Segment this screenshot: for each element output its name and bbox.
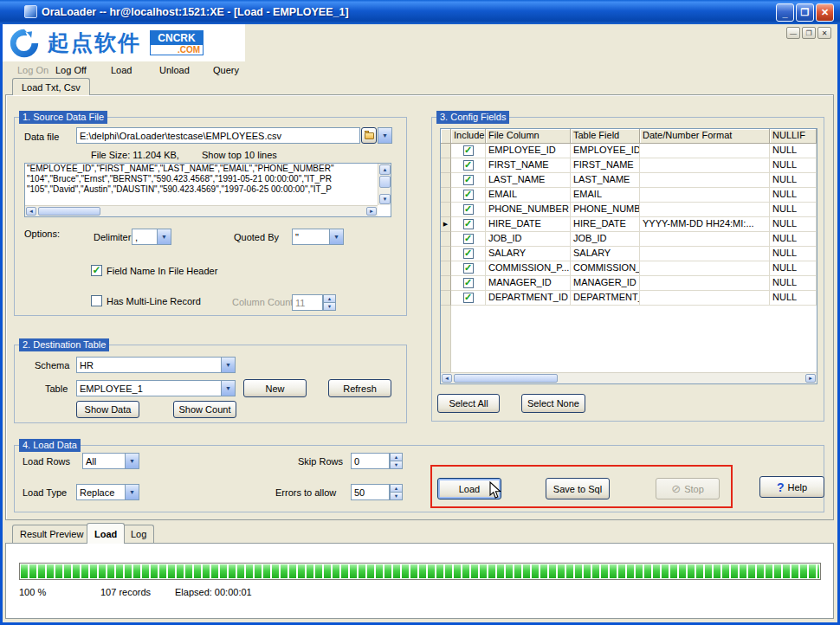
spin-down-icon[interactable]: ▼ [390,461,403,469]
load-type-select[interactable]: Replace ▼ [76,484,139,500]
new-table-button[interactable]: New [243,379,307,397]
table-row[interactable]: EMAIL EMAIL NULL [441,188,817,203]
field-name-in-header-checkbox[interactable] [91,265,102,276]
column-count-input [292,294,323,311]
spin-down-icon[interactable]: ▼ [390,493,403,500]
preview-horizontal-scrollbar[interactable]: ◄ ► [25,205,378,216]
table-select[interactable]: EMPLOYEE_1 ▼ [76,380,236,396]
toolbar-load[interactable]: Load [111,65,132,75]
mdi-restore-button[interactable]: ❐ [802,27,816,39]
load-type-label: Load Type [23,487,67,498]
group-destination-title: 2. Destination Table [19,338,109,351]
window-title: OraLoader -- hr@localhost:1521:XE - [Loa… [42,6,349,18]
config-grid[interactable]: Include File Column Table Field Date/Num… [440,128,817,384]
load-rows-select[interactable]: All ▼ [82,453,139,469]
table-row[interactable]: DEPARTMENT_ID DEPARTMENT_... NULL [441,291,817,306]
tab-load-txt-csv[interactable]: Load Txt, Csv [12,78,90,95]
include-checkbox[interactable] [463,248,474,259]
tab-load-result[interactable]: Load [87,523,125,544]
watermark-name: 起点软件 [48,29,141,57]
progress-percent-label: 100 % [19,587,46,597]
include-checkbox[interactable] [463,145,474,156]
toolbar-log-off[interactable]: Log Off [55,65,87,75]
table-row[interactable]: COMMISSION_P... COMMISSION_P... NULL [441,261,817,276]
load-rows-label: Load Rows [23,456,70,467]
grid-header: Include File Column Table Field Date/Num… [441,129,817,144]
chevron-down-icon: ▼ [157,229,171,244]
include-checkbox[interactable] [463,160,474,171]
toolbar-query[interactable]: Query [213,65,239,75]
folder-icon [365,132,374,139]
include-checkbox[interactable] [463,204,474,215]
include-checkbox[interactable] [463,219,474,229]
show-data-button[interactable]: Show Data [76,401,139,418]
maximize-button[interactable]: ❐ [796,3,814,22]
browse-folder-button[interactable] [361,127,377,144]
grid-horizontal-scrollbar[interactable]: ◄ ► [441,372,817,383]
file-preview-box[interactable]: "EMPLOYEE_ID","FIRST_NAME","LAST_NAME","… [24,163,391,217]
help-button[interactable]: ? Help [759,476,824,498]
preview-vertical-scrollbar[interactable]: ▲ ▼ [378,164,391,205]
delimiter-select[interactable]: , ▼ [132,229,171,245]
skip-rows-stepper[interactable]: ▲ ▼ [390,453,403,469]
minimize-button[interactable]: _ [776,3,794,22]
tab-log[interactable]: Log [123,525,154,543]
include-checkbox[interactable] [463,175,474,185]
app-window: OraLoader -- hr@localhost:1521:XE - [Loa… [0,0,840,625]
scroll-thumb[interactable] [38,207,100,216]
scroll-thumb[interactable] [454,374,558,383]
toolbar-unload[interactable]: Unload [159,65,190,75]
data-file-dropdown-button[interactable]: ▼ [378,127,392,144]
close-button[interactable]: ✕ [816,3,834,22]
scroll-down-icon[interactable]: ▼ [379,194,391,204]
show-count-button[interactable]: Show Count [173,401,236,418]
include-checkbox[interactable] [463,263,474,274]
data-file-input[interactable] [76,127,360,144]
table-row[interactable]: PHONE_NUMBER PHONE_NUMBER NULL [441,203,817,217]
table-row[interactable]: EMPLOYEE_ID EMPLOYEE_ID NULL [441,144,817,158]
spin-up-icon[interactable]: ▲ [390,484,403,493]
table-row-selected[interactable]: ▶ HIRE_DATE HIRE_DATE YYYY-MM-DD HH24:MI… [441,217,817,232]
include-checkbox[interactable] [463,278,474,288]
table-row[interactable]: MANAGER_ID MANAGER_ID NULL [441,276,817,291]
row-selector [441,158,451,173]
tab-result-preview[interactable]: Result Preview [12,525,91,543]
spin-up-icon[interactable]: ▲ [390,453,403,461]
scroll-up-icon[interactable]: ▲ [379,164,391,175]
include-checkbox[interactable] [463,234,474,244]
table-row[interactable]: FIRST_NAME FIRST_NAME NULL [441,158,817,173]
chevron-down-icon: ▼ [378,128,391,143]
scroll-right-icon[interactable]: ► [366,207,377,216]
column-count-label: Column Count [232,297,293,307]
scroll-left-icon[interactable]: ◄ [442,374,452,383]
quoted-by-select[interactable]: " ▼ [292,229,344,245]
include-checkbox[interactable] [463,293,474,303]
table-row[interactable]: JOB_ID JOB_ID NULL [441,232,817,247]
table-row[interactable]: LAST_NAME LAST_NAME NULL [441,173,817,188]
refresh-button[interactable]: Refresh [328,379,391,397]
preview-line: "105","David","Austin","DAUSTIN","590.42… [25,184,378,195]
mdi-close-button[interactable]: ✕ [817,27,831,39]
row-selector [441,261,451,276]
schema-select[interactable]: HR ▼ [76,357,236,373]
app-icon [24,5,37,18]
title-bar[interactable]: OraLoader -- hr@localhost:1521:XE - [Loa… [0,0,840,24]
row-selector-strip [441,306,451,372]
header-include: Include [451,129,486,144]
include-checkbox[interactable] [463,190,474,200]
watermark-overlay: 起点软件 CNCRK .COM [3,24,245,61]
row-selector [441,232,451,247]
skip-rows-input[interactable] [351,453,390,469]
mdi-minimize-button[interactable]: — [786,27,800,39]
select-none-button[interactable]: Select None [521,394,585,413]
table-row[interactable]: SALARY SALARY NULL [441,247,817,261]
scroll-left-icon[interactable]: ◄ [26,207,36,216]
scroll-right-icon[interactable]: ► [805,374,816,383]
errors-to-allow-input[interactable] [351,484,390,500]
select-all-button[interactable]: Select All [437,394,500,413]
header-table-field: Table Field [571,129,640,144]
multi-line-record-checkbox[interactable] [91,295,102,306]
row-selector [441,276,451,291]
errors-to-allow-stepper[interactable]: ▲ ▼ [390,484,403,500]
scroll-thumb[interactable] [379,176,391,188]
